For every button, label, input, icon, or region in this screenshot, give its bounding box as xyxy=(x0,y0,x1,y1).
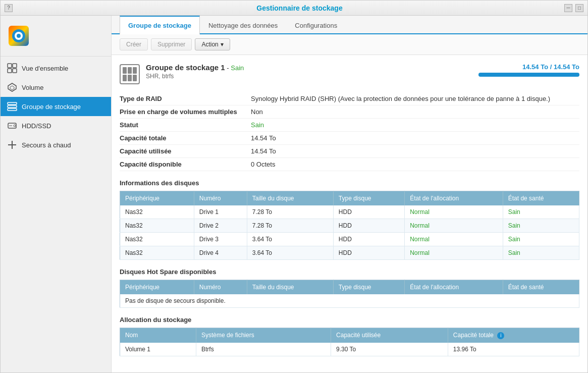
svg-rect-10 xyxy=(8,105,17,108)
table-row: Nas32 Drive 4 3.64 To HDD Normal Sain xyxy=(120,246,579,260)
sidebar-item-vue-ensemble[interactable]: Vue d'ensemble xyxy=(1,59,111,78)
value-statut: Sain xyxy=(251,121,264,129)
sidebar-item-label: Secours à chaud xyxy=(22,141,71,149)
info-icon[interactable]: i xyxy=(497,332,504,339)
sidebar: Vue d'ensemble Volume xyxy=(1,16,112,372)
alloc-col-capacite-totale: Capacité totale i xyxy=(448,328,579,343)
svg-rect-11 xyxy=(8,109,17,111)
tab-nettoyage[interactable]: Nettoyage des données xyxy=(200,16,286,34)
svg-rect-9 xyxy=(8,102,17,104)
action-arrow-icon: ▾ xyxy=(221,41,224,48)
svg-point-13 xyxy=(14,125,16,127)
disk-table: Périphérique Numéro Taille du disque Typ… xyxy=(120,191,579,260)
detail-row-capacite-disponible: Capacité disponible 0 Octets xyxy=(120,158,579,171)
detail-row-capacite-totale: Capacité totale 14.54 To xyxy=(120,132,579,145)
label-capacite-totale: Capacité totale xyxy=(120,134,251,142)
value-capacite-totale: 14.54 To xyxy=(251,134,276,142)
value-capacite-disponible: 0 Octets xyxy=(251,161,275,168)
sidebar-item-volume[interactable]: Volume xyxy=(1,78,111,97)
value-capacite-utilisee: 14.54 To xyxy=(251,147,276,155)
content-area: Groupe de stockage Nettoyage des données… xyxy=(112,16,587,372)
disk-col-type: Type disque xyxy=(333,191,404,206)
cell-taille: 7.28 To xyxy=(247,205,333,219)
titlebar: ? Gestionnaire de stockage ─ □ xyxy=(1,1,587,16)
cell-nom: Volume 1 xyxy=(120,343,196,356)
maximize-button[interactable]: □ xyxy=(575,4,583,12)
spare-col-type: Type disque xyxy=(333,280,404,295)
creer-button[interactable]: Créer xyxy=(120,38,148,50)
spare-col-numero: Numéro xyxy=(194,280,247,295)
cell-peripherique: Nas32 xyxy=(120,205,194,219)
cell-numero: Drive 1 xyxy=(194,205,247,219)
overview-icon xyxy=(7,63,18,74)
storage-group-title: Groupe de stockage 1 xyxy=(146,63,225,72)
svg-rect-6 xyxy=(13,69,17,73)
alloc-col-systeme: Système de fichiers xyxy=(196,328,331,343)
disk-col-taille: Taille du disque xyxy=(247,191,333,206)
label-capacite-utilisee: Capacité utilisée xyxy=(120,147,251,155)
storage-group-status: Sain xyxy=(231,64,244,72)
storage-group-icon xyxy=(7,101,18,112)
help-button[interactable]: ? xyxy=(5,4,13,12)
detail-row-capacite-utilisee: Capacité utilisée 14.54 To xyxy=(120,145,579,158)
sidebar-item-hdd-ssd[interactable]: HDD/SSD xyxy=(1,116,111,135)
cell-type: HDD xyxy=(333,233,404,246)
supprimer-button[interactable]: Supprimer xyxy=(151,38,192,50)
cell-peripherique: Nas32 xyxy=(120,246,194,260)
sidebar-item-label: HDD/SSD xyxy=(22,122,51,130)
detail-section: Type de RAID Synology Hybrid RAID (SHR) … xyxy=(120,92,579,171)
cell-allocation: Normal xyxy=(405,233,503,246)
alloc-col-nom: Nom xyxy=(120,328,196,343)
sidebar-item-secours-chaud[interactable]: Secours à chaud xyxy=(1,135,111,154)
action-button[interactable]: Action ▾ xyxy=(195,38,230,50)
disk-table-header-row: Périphérique Numéro Taille du disque Typ… xyxy=(120,191,579,206)
cell-allocation: Normal xyxy=(405,246,503,260)
spare-no-data-row: Pas de disque de secours disponible. xyxy=(120,294,579,308)
main-content: Groupe de stockage 1 - Sain SHR, btrfs 1… xyxy=(112,55,587,372)
table-row: Nas32 Drive 3 3.64 To HDD Normal Sain xyxy=(120,233,579,246)
minimize-button[interactable]: ─ xyxy=(564,4,572,12)
capacity-fill xyxy=(478,73,579,77)
value-volumes: Non xyxy=(251,108,263,116)
cell-sante: Sain xyxy=(503,233,579,246)
cell-taille: 7.28 To xyxy=(247,219,333,233)
storage-group-subtitle: SHR, btrfs xyxy=(146,73,472,80)
svg-rect-4 xyxy=(13,64,17,68)
capacity-bar xyxy=(478,73,579,77)
disk-col-numero: Numéro xyxy=(194,191,247,206)
tab-configurations[interactable]: Configurations xyxy=(286,16,346,34)
svg-marker-8 xyxy=(10,86,14,90)
alloc-col-capacite-utilisee: Capacité utilisée xyxy=(331,328,448,343)
label-volumes: Prise en charge de volumes multiples xyxy=(120,108,251,116)
cell-allocation: Normal xyxy=(405,205,503,219)
spare-col-allocation: État de l'allocation xyxy=(405,280,503,295)
svg-rect-3 xyxy=(8,64,12,68)
value-raid: Synology Hybrid RAID (SHR) (Avec la prot… xyxy=(251,95,550,102)
spare-table-header-row: Périphérique Numéro Taille du disque Typ… xyxy=(120,280,579,295)
section-title-allocation: Allocation du stockage xyxy=(120,316,579,324)
storage-group-info: Groupe de stockage 1 - Sain SHR, btrfs xyxy=(146,63,472,80)
tab-groupe-stockage[interactable]: Groupe de stockage xyxy=(120,16,200,34)
cell-sante: Sain xyxy=(503,219,579,233)
disk-table-body: Nas32 Drive 1 7.28 To HDD Normal Sain Na… xyxy=(120,205,579,260)
cell-peripherique: Nas32 xyxy=(120,233,194,246)
spare-col-peripherique: Périphérique xyxy=(120,280,194,295)
table-row: Nas32 Drive 2 7.28 To HDD Normal Sain xyxy=(120,219,579,233)
sidebar-item-label: Volume xyxy=(22,84,43,91)
volume-icon xyxy=(7,82,18,93)
spare-col-taille: Taille du disque xyxy=(247,280,333,295)
sidebar-item-groupe-stockage[interactable]: Groupe de stockage xyxy=(1,97,111,116)
storage-group-icon-visual xyxy=(120,64,140,84)
sidebar-item-label: Groupe de stockage xyxy=(22,103,81,111)
spare-no-data-text: Pas de disque de secours disponible. xyxy=(120,294,579,308)
spare-col-sante: État de santé xyxy=(503,280,579,295)
cell-numero: Drive 4 xyxy=(194,246,247,260)
tab-bar: Groupe de stockage Nettoyage des données… xyxy=(112,16,587,34)
storage-group-header: Groupe de stockage 1 - Sain SHR, btrfs 1… xyxy=(120,63,579,84)
cell-taille: 3.64 To xyxy=(247,246,333,260)
allocation-table-body: Volume 1 Btrfs 9.30 To 13.96 To xyxy=(120,343,579,356)
section-title-spare: Disques Hot Spare disponibles xyxy=(120,268,579,276)
disk-col-sante: État de santé xyxy=(503,191,579,206)
disk-col-allocation: État de l'allocation xyxy=(405,191,503,206)
cell-sante: Sain xyxy=(503,246,579,260)
